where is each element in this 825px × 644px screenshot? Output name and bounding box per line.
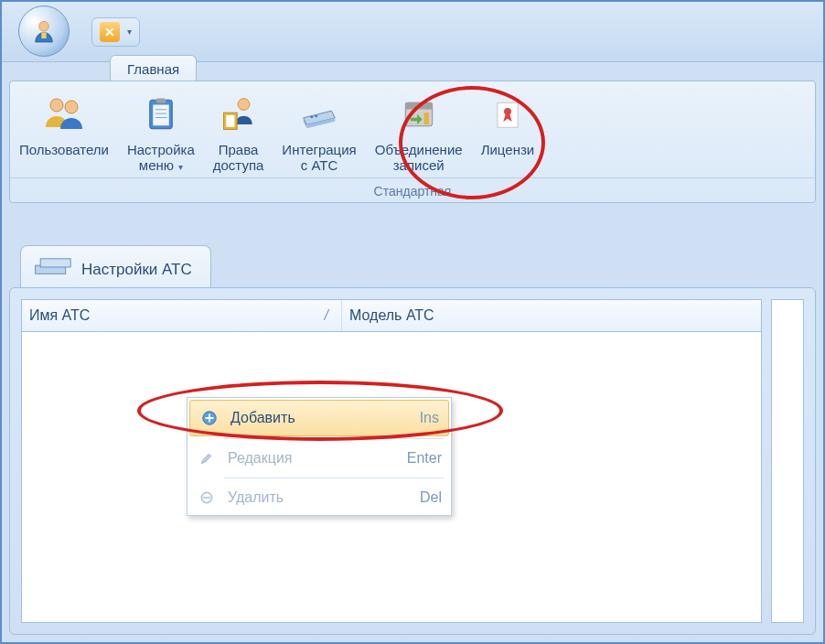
chevron-down-icon: ▾ xyxy=(176,162,183,172)
license-icon xyxy=(486,92,530,136)
users-icon xyxy=(42,92,86,136)
add-icon xyxy=(199,408,220,428)
quick-access-toolbar: ✕ ▾ xyxy=(91,17,140,47)
tool-menu-setup-label: Настройка меню ▾ xyxy=(127,142,195,174)
column-header-name[interactable]: Имя АТС / xyxy=(22,300,342,331)
clipboard-icon xyxy=(139,92,183,136)
tool-merge-records[interactable]: Объединение записей xyxy=(366,89,472,177)
svg-point-19 xyxy=(504,108,511,115)
ctx-edit-shortcut: Enter xyxy=(407,450,442,467)
context-menu: Добавить Ins Редакция Enter xyxy=(187,397,452,516)
app-window: ✕ ▾ Главная Пользователи xyxy=(0,0,825,644)
ctx-add-label: Добавить xyxy=(230,410,420,426)
sub-tab-atc-settings[interactable]: Настройки АТС xyxy=(20,245,211,293)
title-bar: ✕ ▾ xyxy=(2,2,823,62)
tool-merge-label: Объединение записей xyxy=(375,142,463,174)
qat-dropdown-icon[interactable]: ▾ xyxy=(127,27,132,37)
tool-menu-setup[interactable]: Настройка меню ▾ xyxy=(118,89,204,177)
tool-atc-integration[interactable]: Интеграция с АТС xyxy=(273,89,365,177)
svg-rect-13 xyxy=(310,116,313,118)
svg-point-2 xyxy=(50,99,63,112)
ctx-del-label: Удалить xyxy=(228,489,420,506)
ctx-edit-label: Редакция xyxy=(228,450,407,467)
svg-rect-12 xyxy=(226,115,234,127)
qat-close-button[interactable]: ✕ xyxy=(100,22,120,42)
column-header-model[interactable]: Модель АТС xyxy=(342,300,761,331)
sort-indicator-icon: / xyxy=(325,307,334,324)
ctx-item-edit[interactable]: Редакция Enter xyxy=(188,441,451,476)
tab-main[interactable]: Главная xyxy=(110,55,197,82)
app-orb-button[interactable] xyxy=(18,5,70,57)
svg-rect-6 xyxy=(156,99,166,103)
user-icon xyxy=(29,16,59,46)
tool-users[interactable]: Пользователи xyxy=(10,89,118,177)
pencil-icon xyxy=(197,448,217,468)
svg-point-3 xyxy=(65,101,78,113)
panel-container: Имя АТС / Модель АТС Добавить Ins xyxy=(9,287,816,635)
ribbon: Пользователи Настройка меню ▾ xyxy=(9,80,816,203)
ctx-add-shortcut: Ins xyxy=(420,410,439,426)
tool-users-label: Пользователи xyxy=(19,142,109,157)
ctx-separator xyxy=(224,438,444,439)
tool-integration-label: Интеграция с АТС xyxy=(282,142,356,174)
close-x-icon: ✕ xyxy=(104,25,115,39)
svg-point-10 xyxy=(238,99,250,111)
tool-access-label: Права доступа xyxy=(213,142,264,174)
tool-access-rights[interactable]: Права доступа xyxy=(204,89,273,177)
tool-license-label: Лицензи xyxy=(481,142,535,157)
ctx-item-delete[interactable]: Удалить Del xyxy=(188,480,451,515)
ctx-del-shortcut: Del xyxy=(420,489,442,506)
svg-rect-16 xyxy=(405,102,432,109)
atc-list-panel: Имя АТС / Модель АТС Добавить Ins xyxy=(21,299,762,623)
svg-rect-21 xyxy=(40,259,70,267)
ribbon-tab-strip: Главная xyxy=(110,55,197,82)
merge-icon xyxy=(397,92,441,136)
svg-rect-14 xyxy=(315,115,317,117)
pbx-stack-icon xyxy=(32,253,72,285)
tool-license[interactable]: Лицензи xyxy=(472,89,544,177)
pbx-device-icon xyxy=(297,92,341,136)
ribbon-group-label: Стандартная xyxy=(10,177,815,202)
column-model-label: Модель АТС xyxy=(349,307,434,323)
svg-rect-1 xyxy=(41,32,46,38)
detail-panel xyxy=(771,299,804,623)
svg-rect-17 xyxy=(423,113,429,124)
sub-tab-label: Настройки АТС xyxy=(81,261,192,279)
svg-point-0 xyxy=(39,21,49,31)
svg-rect-5 xyxy=(153,105,169,126)
column-headers: Имя АТС / Модель АТС xyxy=(22,300,761,332)
access-rights-icon xyxy=(217,92,261,136)
ctx-item-add[interactable]: Добавить Ins xyxy=(189,400,449,436)
delete-icon xyxy=(197,488,217,508)
column-name-label: Имя АТС xyxy=(29,307,90,324)
ctx-separator xyxy=(224,478,444,478)
content-area: Настройки АТС Имя АТС / Модель АТС xyxy=(9,245,816,635)
